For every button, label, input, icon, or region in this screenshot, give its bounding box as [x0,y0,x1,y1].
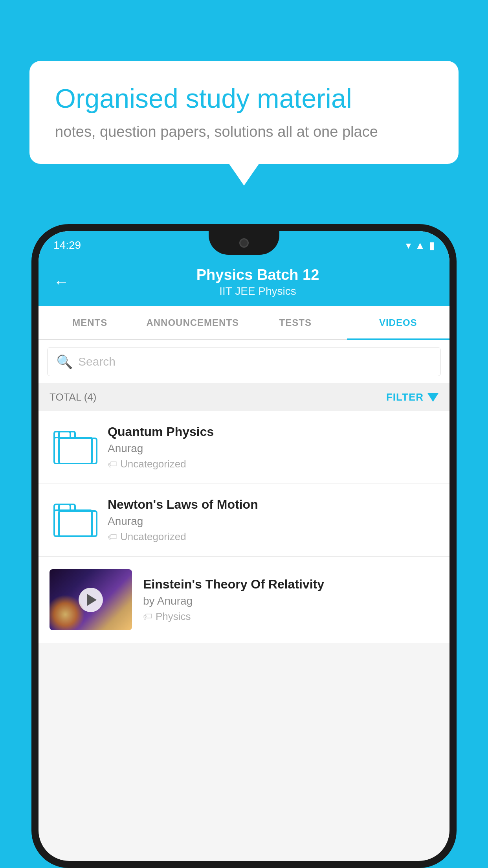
app-header: ← Physics Batch 12 IIT JEE Physics [39,259,449,306]
search-input-wrap[interactable]: 🔍 Search [47,347,441,376]
header-subtitle: IIT JEE Physics [81,285,435,298]
tab-announcements[interactable]: ANNOUNCEMENTS [141,306,244,339]
tag-label-3: Physics [156,611,191,623]
list-item[interactable]: Newton's Laws of Motion Anurag 🏷 Uncateg… [39,484,449,557]
list-item[interactable]: Einstein's Theory Of Relativity by Anura… [39,557,449,643]
video-title-3: Einstein's Theory Of Relativity [143,577,438,592]
speech-bubble-title: Organised study material [55,83,433,115]
filter-button[interactable]: FILTER [386,391,438,403]
video-author-2: Anurag [108,515,438,528]
filter-label: FILTER [386,391,424,403]
folder-icon-1 [53,431,93,464]
status-bar: 14:29 ▾ ▲ ▮ [39,231,449,259]
phone-inner: 14:29 ▾ ▲ ▮ ← Physics Batch 12 IIT JEE P… [39,231,449,861]
header-title-block: Physics Batch 12 IIT JEE Physics [81,267,435,298]
folder-thumbnail-1 [50,424,97,471]
search-icon: 🔍 [56,354,73,370]
tabs-bar: MENTS ANNOUNCEMENTS TESTS VIDEOS [39,306,449,340]
filter-bar: TOTAL (4) FILTER [39,383,449,411]
phone-outer: 14:29 ▾ ▲ ▮ ← Physics Batch 12 IIT JEE P… [31,224,457,868]
video-thumbnail-3 [50,569,132,630]
filter-icon [427,393,438,402]
video-info-3: Einstein's Theory Of Relativity by Anura… [143,577,438,623]
header-main-title: Physics Batch 12 [81,267,435,283]
video-list: Quantum Physics Anurag 🏷 Uncategorized [39,411,449,643]
tab-ments[interactable]: MENTS [39,306,141,339]
tag-label-1: Uncategorized [120,458,186,470]
video-author-1: Anurag [108,442,438,455]
notch [209,231,279,255]
phone-wrapper: 14:29 ▾ ▲ ▮ ← Physics Batch 12 IIT JEE P… [31,224,457,868]
search-bar: 🔍 Search [39,340,449,383]
tag-label-2: Uncategorized [120,531,186,543]
status-icons: ▾ ▲ ▮ [406,239,435,252]
search-placeholder: Search [78,355,116,368]
speech-bubble-subtitle: notes, question papers, solutions all at… [55,123,433,140]
video-author-3: by Anurag [143,595,438,607]
tab-tests[interactable]: TESTS [244,306,347,339]
tag-icon-2: 🏷 [108,531,117,542]
speech-bubble: Organised study material notes, question… [29,61,459,164]
tab-videos[interactable]: VIDEOS [347,306,450,339]
video-info-1: Quantum Physics Anurag 🏷 Uncategorized [108,425,438,470]
folder-thumbnail-2 [50,497,97,544]
video-tag-1: 🏷 Uncategorized [108,458,438,470]
status-time: 14:29 [53,239,81,252]
video-tag-3: 🏷 Physics [143,611,438,623]
speech-bubble-container: Organised study material notes, question… [29,61,459,164]
wifi-icon: ▾ [406,239,411,252]
tag-icon-3: 🏷 [143,611,152,622]
folder-front [58,438,97,464]
signal-icon: ▲ [415,239,425,252]
folder-front-2 [58,510,97,537]
battery-icon: ▮ [429,239,435,252]
video-info-2: Newton's Laws of Motion Anurag 🏷 Uncateg… [108,497,438,543]
total-count: TOTAL (4) [50,391,96,403]
tag-icon-1: 🏷 [108,459,117,470]
video-title-2: Newton's Laws of Motion [108,497,438,512]
back-button[interactable]: ← [53,273,69,291]
video-title-1: Quantum Physics [108,425,438,439]
video-tag-2: 🏷 Uncategorized [108,531,438,543]
play-icon [87,594,97,606]
folder-icon-2 [53,504,93,537]
list-item[interactable]: Quantum Physics Anurag 🏷 Uncategorized [39,411,449,484]
camera [239,238,249,248]
